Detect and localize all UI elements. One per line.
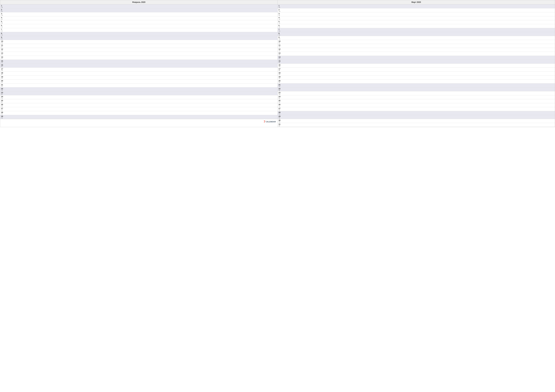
day-info: 31ВТ [279,123,281,127]
day-row-march-26[interactable]: 26ЧТ [278,103,555,107]
day-row-february-7[interactable]: 7ПТ [0,28,278,32]
day-info: 24ПН [1,96,4,99]
day-info: 17ВТ [279,68,281,71]
day-row-march-14[interactable]: 14СБ [278,56,555,60]
day-number: 22 [1,88,4,90]
day-info: 30ПН [279,119,281,122]
day-number: 14 [1,56,4,58]
day-row-february-20[interactable]: 20ЧТ [0,79,278,84]
day-row-march-27[interactable]: 27ПТ [278,107,555,111]
day-row-february-18[interactable]: 18ВТ [0,71,278,76]
day-row-february-23[interactable]: 23ВС [0,91,278,95]
day-name-label: ВС [1,66,4,67]
day-number: 14 [279,56,281,58]
day-number: 24 [1,96,4,98]
day-name-label: ПН [1,70,4,71]
day-row-march-10[interactable]: 10ВТ [278,40,555,44]
day-info: 29СБ [1,115,4,119]
day-row-february-8[interactable]: 8СБ [0,32,278,36]
day-row-march-11[interactable]: 11СР [278,44,555,48]
day-row-march-2[interactable]: 2ПН [278,8,555,12]
day-name-label: ПТ [279,82,281,83]
day-row-march-1[interactable]: 1ВС [278,4,555,8]
day-number: 1 [279,5,281,7]
day-row-march-3[interactable]: 3ВТ [278,12,555,16]
day-row-march-13[interactable]: 13ПТ [278,52,555,56]
day-row-february-21[interactable]: 21ПТ [0,84,278,87]
day-name-label: ВТ [1,46,4,47]
day-info: 15ВС [279,60,281,63]
day-row-march-19[interactable]: 19ЧТ [278,76,555,79]
day-row-march-20[interactable]: 20ПТ [278,79,555,84]
day-name-label: ВТ [279,15,281,16]
day-number: 9 [279,36,281,38]
day-row-march-7[interactable]: 7СБ [278,28,555,32]
day-number: 21 [1,84,4,86]
day-row-march-18[interactable]: 18СР [278,71,555,76]
day-row-february-2[interactable]: 2ВС [0,8,278,12]
day-row-march-4[interactable]: 4СР [278,16,555,20]
day-row-february-11[interactable]: 11ВТ [0,44,278,48]
day-row-february-25[interactable]: 25ВТ [0,99,278,103]
day-row-march-12[interactable]: 12ЧТ [278,48,555,52]
logo-row: 7CALENDAR [0,119,278,124]
day-row-march-21[interactable]: 21СБ [278,84,555,87]
day-info: 5СР [1,21,4,24]
day-row-march-29[interactable]: 29ВС [278,115,555,119]
day-info: 29ВС [279,115,281,119]
day-number: 19 [1,76,4,78]
day-row-march-24[interactable]: 24ВТ [278,95,555,99]
day-row-march-16[interactable]: 16ПН [278,64,555,68]
day-row-february-24[interactable]: 24ПН [0,95,278,99]
day-number: 28 [279,111,281,113]
day-name-label: ЧТ [1,27,4,28]
day-number: 7 [279,29,281,30]
day-row-march-31[interactable]: 31ВТ [278,123,555,127]
day-info: 16ВС [1,64,4,67]
day-row-february-28[interactable]: 28ПТ [0,111,278,115]
day-row-march-17[interactable]: 17ВТ [278,68,555,71]
day-number: 6 [1,24,4,26]
day-row-february-17[interactable]: 17ПН [0,68,278,71]
day-row-february-29[interactable]: 29СБ [0,115,278,119]
day-row-february-22[interactable]: 22СБ [0,87,278,91]
day-name-label: ПТ [1,86,4,87]
day-row-february-9[interactable]: 9ВС [0,36,278,40]
day-number: 3 [279,13,281,14]
day-row-february-10[interactable]: 10ПН [0,40,278,44]
calendar-container: Февраль 20201СБ2ВС3ПН4ВТ5СР6ЧТ7ПТ8СБ9ВС1… [0,0,555,127]
day-info: 27ПТ [279,107,281,111]
day-name-label: СР [1,23,4,24]
day-name-label: СР [1,78,4,79]
day-row-february-5[interactable]: 5СР [0,20,278,24]
day-number: 23 [279,92,281,93]
day-row-february-12[interactable]: 12СР [0,48,278,52]
day-row-february-16[interactable]: 16ВС [0,64,278,68]
day-row-february-6[interactable]: 6ЧТ [0,24,278,28]
day-name-label: ВС [1,94,4,95]
day-row-february-27[interactable]: 27ЧТ [0,107,278,111]
day-number: 6 [279,24,281,26]
day-name-label: СБ [279,58,281,59]
day-row-february-4[interactable]: 4ВТ [0,16,278,20]
day-row-march-28[interactable]: 28СБ [278,111,555,115]
day-row-march-5[interactable]: 5ЧТ [278,20,555,24]
day-row-march-22[interactable]: 22ВС [278,87,555,91]
day-number: 16 [279,64,281,66]
day-row-february-14[interactable]: 14ПТ [0,56,278,60]
day-row-february-26[interactable]: 26СР [0,103,278,107]
day-row-march-9[interactable]: 9ПН [278,36,555,40]
day-row-february-19[interactable]: 19СР [0,76,278,79]
day-number: 26 [279,104,281,106]
day-row-march-8[interactable]: 8ВС [278,32,555,36]
day-row-march-30[interactable]: 30ПН [278,119,555,123]
day-row-march-15[interactable]: 15ВС [278,60,555,64]
day-row-february-3[interactable]: 3ПН [0,12,278,16]
day-row-march-25[interactable]: 25СР [278,99,555,103]
day-row-march-23[interactable]: 23ПН [278,91,555,95]
day-row-february-15[interactable]: 15СБ [0,60,278,64]
day-row-march-6[interactable]: 6ПТ [278,24,555,28]
day-row-february-13[interactable]: 13ЧТ [0,52,278,56]
day-row-february-1[interactable]: 1СБ [0,4,278,8]
day-number: 8 [279,32,281,34]
